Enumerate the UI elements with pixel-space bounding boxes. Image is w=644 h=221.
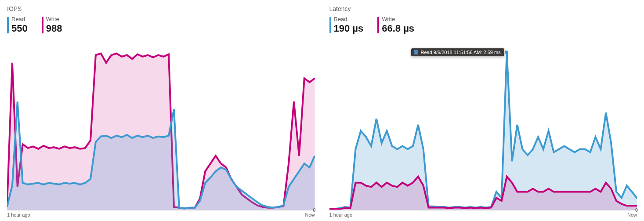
latency-panel: Latency Read 190 µs Write 66.8 µs 0 Read… xyxy=(322,0,644,221)
iops-write-stat: Write 988 xyxy=(42,16,62,34)
iops-zero-label: 0 xyxy=(313,207,315,213)
latency-read-label: Read xyxy=(334,16,364,23)
latency-chart[interactable]: 0 Read 9/6/2018 11:51:56 AM: 2.59 ms xyxy=(329,40,637,210)
iops-read-label: Read xyxy=(11,16,28,23)
latency-read-stat: Read 190 µs xyxy=(329,16,364,34)
iops-chart[interactable]: 0 xyxy=(7,40,315,210)
iops-xaxis: 1 hour ago Now xyxy=(7,210,315,217)
latency-xaxis-end: Now xyxy=(627,212,637,217)
iops-stats: Read 550 Write 988 xyxy=(7,16,315,34)
latency-write-value: 66.8 µs xyxy=(382,23,414,34)
iops-read-stat: Read 550 xyxy=(7,16,28,34)
latency-zero-label: 0 xyxy=(635,207,638,213)
latency-write-stat: Write 66.8 µs xyxy=(377,16,414,34)
dashboard: IOPS Read 550 Write 988 0 1 hour ago Now… xyxy=(0,0,644,221)
latency-stats: Read 190 µs Write 66.8 µs xyxy=(329,16,637,34)
iops-panel: IOPS Read 550 Write 988 0 1 hour ago Now xyxy=(0,0,322,221)
latency-chart-svg xyxy=(329,40,637,210)
iops-write-label: Write xyxy=(46,16,62,23)
iops-read-value: 550 xyxy=(11,23,28,34)
iops-title: IOPS xyxy=(7,5,315,12)
iops-chart-svg xyxy=(7,40,315,210)
latency-xaxis-start: 1 hour ago xyxy=(329,212,353,217)
latency-title: Latency xyxy=(329,5,637,12)
latency-read-value: 190 µs xyxy=(334,23,364,34)
iops-xaxis-start: 1 hour ago xyxy=(7,212,30,217)
iops-write-value: 988 xyxy=(46,23,62,34)
latency-write-label: Write xyxy=(382,16,414,23)
iops-xaxis-end: Now xyxy=(305,212,315,217)
latency-xaxis: 1 hour ago Now xyxy=(329,210,637,217)
